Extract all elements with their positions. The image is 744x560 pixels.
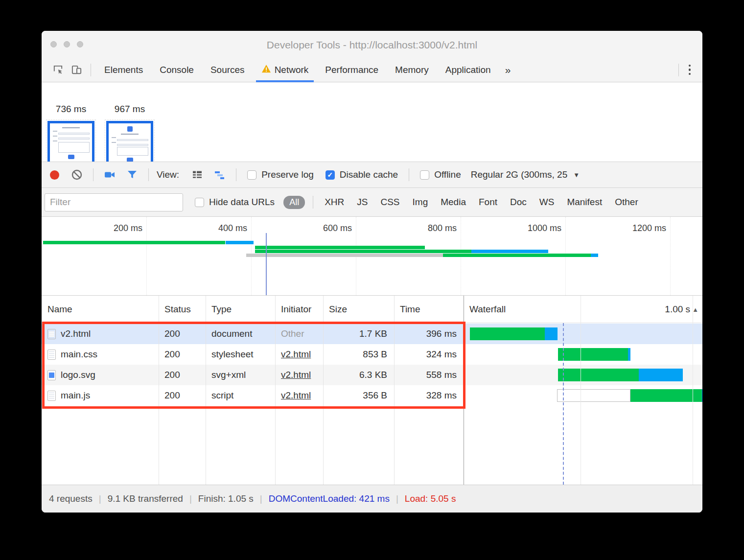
devtools-tabbar: Elements Console Sources Network Perform…	[42, 58, 702, 82]
large-request-rows-icon[interactable]	[191, 169, 203, 181]
table-row[interactable]: v2.html 200 document Other 1.7 KB 396 ms	[42, 324, 702, 344]
table-header: Name Status Type Initiator Size Time Wat…	[42, 296, 702, 323]
column-divider[interactable]	[323, 296, 324, 485]
hide-data-urls-checkbox[interactable]: Hide data URLs	[195, 197, 275, 208]
waterfall-bar[interactable]	[464, 327, 702, 340]
divider	[236, 168, 236, 181]
devtools-window: Developer Tools - http://localhost:3000/…	[42, 31, 702, 513]
filter-type-media[interactable]: Media	[441, 197, 466, 208]
column-divider[interactable]	[159, 296, 159, 485]
titlebar: Developer Tools - http://localhost:3000/…	[42, 31, 702, 58]
tab-performance[interactable]: Performance	[317, 58, 387, 82]
column-header-status[interactable]: Status	[159, 296, 206, 323]
waterfall-bar[interactable]	[464, 369, 702, 381]
filter-type-manifest[interactable]: Manifest	[567, 197, 602, 208]
filter-icon[interactable]	[126, 169, 138, 181]
filter-input[interactable]	[45, 193, 183, 211]
divider	[93, 168, 93, 181]
waterfall-bar[interactable]	[464, 348, 702, 361]
divider	[409, 168, 409, 181]
capture-screenshots-icon[interactable]	[104, 169, 116, 181]
throttling-select[interactable]: Regular 2G (300ms, 25 ▼	[471, 169, 580, 180]
waterfall-column-divider[interactable]	[464, 296, 464, 485]
column-header-waterfall[interactable]: Waterfall 1.00 s ▲	[464, 296, 702, 323]
initiator-link[interactable]: v2.html	[281, 390, 311, 401]
filter-type-css[interactable]: CSS	[380, 197, 399, 208]
divider	[313, 196, 313, 209]
sort-ascending-icon: ▲	[692, 306, 698, 313]
filter-type-img[interactable]: Img	[413, 197, 428, 208]
overview-bar-logo-svg	[42, 250, 702, 253]
finish-time: Finish: 1.05 s	[198, 493, 254, 504]
filter-type-other[interactable]: Other	[615, 197, 638, 208]
view-label: View:	[157, 169, 179, 180]
warning-icon	[261, 64, 271, 75]
tab-console[interactable]: Console	[151, 58, 202, 82]
load-time: Load: 5.05 s	[405, 493, 456, 504]
inspect-element-icon[interactable]	[51, 64, 64, 76]
overview-bar-main-css	[42, 246, 702, 249]
dom-content-loaded-marker	[266, 233, 267, 295]
initiator-link[interactable]: v2.html	[281, 349, 311, 360]
network-toolbar: View: Preserve log ✓Disable cache Offlin…	[42, 162, 702, 188]
filter-type-all[interactable]: All	[283, 196, 305, 209]
tab-memory[interactable]: Memory	[387, 58, 437, 82]
more-tabs-button[interactable]: »	[499, 64, 517, 76]
preserve-log-checkbox[interactable]: Preserve log	[247, 169, 314, 180]
initiator-link[interactable]: v2.html	[281, 370, 311, 380]
waterfall-scale: 1.00 s ▲	[665, 296, 698, 323]
image-file-icon	[47, 370, 56, 380]
clear-button[interactable]	[71, 169, 83, 181]
requests-table: Name Status Type Initiator Size Time Wat…	[42, 296, 702, 485]
column-header-name[interactable]: Name	[42, 296, 159, 323]
column-header-type[interactable]: Type	[206, 296, 275, 323]
window-title: Developer Tools - http://localhost:3000/…	[42, 31, 702, 58]
tab-network[interactable]: Network	[253, 58, 317, 82]
overview-bar-v2-html	[42, 241, 702, 244]
waterfall-gridline	[581, 296, 581, 485]
table-row[interactable]: logo.svg 200 svg+xml v2.html 6.3 KB 558 …	[42, 365, 702, 385]
offline-checkbox[interactable]: Offline	[420, 169, 461, 180]
tab-sources[interactable]: Sources	[202, 58, 253, 82]
table-row[interactable]: main.js 200 script v2.html 356 B 328 ms	[42, 385, 702, 406]
frame-timestamp: 967 ms	[100, 104, 159, 115]
caret-down-icon: ▼	[573, 171, 580, 179]
filter-type-xhr[interactable]: XHR	[325, 197, 344, 208]
disable-cache-checkbox[interactable]: ✓Disable cache	[326, 169, 398, 180]
filter-type-font[interactable]: Font	[479, 197, 497, 208]
record-button[interactable]	[50, 170, 59, 180]
overview-bar-main-js	[42, 254, 702, 257]
divider	[678, 64, 679, 76]
tab-application[interactable]: Application	[437, 58, 499, 82]
column-divider[interactable]	[275, 296, 276, 485]
column-header-initiator[interactable]: Initiator	[275, 296, 323, 323]
column-divider[interactable]	[206, 296, 206, 485]
filter-bar: Hide data URLs All XHR JS CSS Img Media …	[42, 188, 702, 217]
network-overview[interactable]: 200 ms 400 ms 600 ms 800 ms 1000 ms 1200…	[42, 217, 702, 296]
request-count: 4 requests	[49, 493, 93, 504]
column-header-size[interactable]: Size	[323, 296, 394, 323]
filter-type-ws[interactable]: WS	[539, 197, 555, 208]
frame-timestamp: 736 ms	[42, 104, 100, 115]
filter-type-js[interactable]: JS	[357, 197, 368, 208]
filter-type-doc[interactable]: Doc	[510, 197, 527, 208]
document-file-icon	[47, 350, 56, 360]
column-header-time[interactable]: Time	[394, 296, 464, 323]
filmstrip-panel: 736 ms 967 ms	[42, 83, 702, 162]
waterfall-gridline	[693, 296, 693, 485]
status-bar: 4 requests | 9.1 KB transferred | Finish…	[42, 485, 702, 513]
device-toolbar-icon[interactable]	[70, 64, 83, 76]
transferred-size: 9.1 KB transferred	[108, 493, 183, 504]
document-file-icon	[47, 329, 56, 339]
check-icon: ✓	[326, 170, 335, 180]
table-row[interactable]: main.css 200 stylesheet v2.html 853 B 32…	[42, 344, 702, 365]
dom-content-loaded-line	[563, 323, 564, 485]
dom-content-loaded-time: DOMContentLoaded: 421 ms	[269, 493, 390, 504]
waterfall-bar[interactable]	[464, 389, 702, 402]
column-divider[interactable]	[394, 296, 395, 485]
document-file-icon	[47, 391, 56, 401]
divider	[91, 64, 91, 76]
tab-elements[interactable]: Elements	[96, 58, 151, 82]
devtools-menu-button[interactable]	[684, 65, 696, 75]
waterfall-view-icon[interactable]	[214, 169, 226, 181]
